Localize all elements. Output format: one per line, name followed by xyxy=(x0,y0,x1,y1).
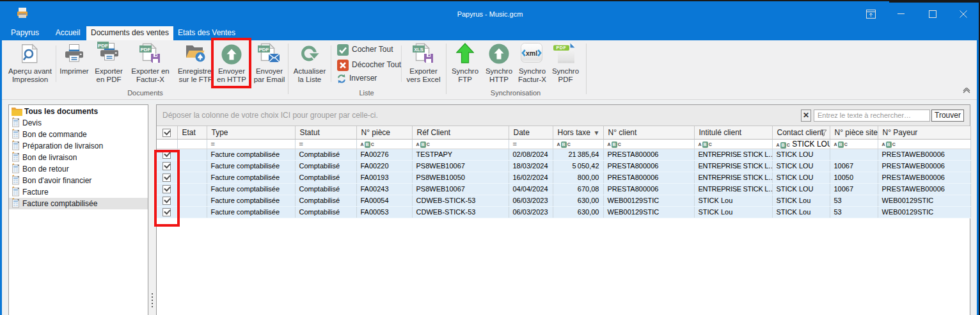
svg-text:PDF: PDF xyxy=(141,47,151,52)
svg-text:XLS: XLS xyxy=(414,47,423,52)
svg-text:PDF: PDF xyxy=(557,45,567,50)
svg-text:xml: xml xyxy=(526,49,537,57)
svg-text:PDF: PDF xyxy=(98,43,108,49)
svg-text:PDF: PDF xyxy=(259,47,269,52)
